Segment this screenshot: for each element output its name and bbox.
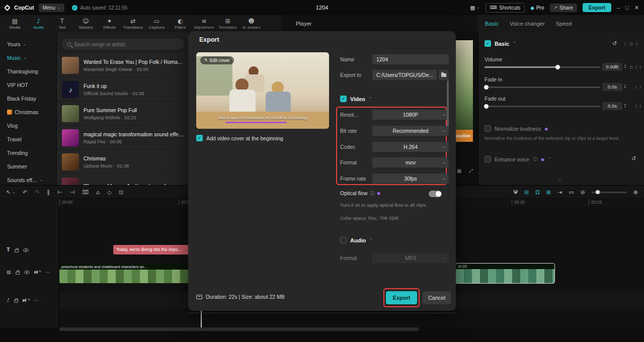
collapse-icon[interactable]: ⌃ [369, 238, 373, 242]
lock-icon[interactable] [16, 272, 20, 275]
prev-keyframe-icon[interactable]: ⟨ [635, 104, 637, 109]
prev-keyframe-icon[interactable]: ⟨ [635, 65, 637, 69]
snap-edge-icon[interactable]: ⇥ [557, 190, 562, 195]
song-row[interactable]: magical magic transformation sound effec… [57, 126, 189, 150]
sidebar-item-yours[interactable]: Yours⌄ [0, 37, 56, 51]
export-confirm-button[interactable]: Export [386, 291, 417, 304]
song-row[interactable]: Warm and happy festive atmosphere Chri..… [57, 174, 189, 185]
chroma-key-icon[interactable]: ◇ [107, 190, 111, 195]
fullscreen-icon[interactable]: ⤢ [469, 168, 473, 174]
collapse-icon[interactable]: ⌃ [548, 157, 551, 161]
song-thumbnail[interactable] [62, 178, 79, 186]
browse-folder-button[interactable] [439, 70, 449, 80]
next-keyframe-icon[interactable]: ⟩ [639, 104, 641, 109]
codec-dropdown[interactable]: H.264⌄ [372, 142, 449, 152]
tab-basic[interactable]: Basic [485, 21, 499, 27]
lock-icon[interactable] [14, 300, 18, 303]
minimize-button[interactable]: – [617, 5, 620, 11]
normalize-loudness-checkbox[interactable] [485, 125, 491, 132]
pro-badge[interactable]: ◆ Pro [530, 5, 544, 11]
topbar-export-button[interactable]: Export [583, 3, 611, 12]
tab-speed[interactable]: Speed [556, 21, 572, 27]
fade-out-value[interactable]: 0.0s [602, 102, 622, 110]
song-thumbnail[interactable] [62, 129, 79, 146]
extract-audio-icon[interactable]: ⊡ [119, 190, 123, 195]
select-tool[interactable]: ↖⌄ [6, 190, 15, 195]
delete-left-icon[interactable]: ⊢ [57, 190, 62, 195]
bitrate-dropdown[interactable]: Recommended⌄ [372, 126, 449, 136]
mute-speaker-icon[interactable]: ✕ [34, 270, 41, 275]
tab-voice-changer[interactable]: Voice changer [510, 21, 545, 27]
fade-in-slider-handle[interactable] [484, 85, 489, 90]
volume-slider[interactable] [485, 66, 600, 68]
fade-in-stepper[interactable]: ▴▾ [624, 84, 626, 89]
fade-out-slider-handle[interactable] [484, 104, 489, 109]
tool-audio[interactable]: ♪Audio [27, 15, 50, 32]
enhance-voice-checkbox[interactable] [485, 156, 491, 162]
next-keyframe-icon[interactable]: ⟩ [639, 85, 641, 90]
tool-captions[interactable]: ▭Captions [145, 15, 169, 32]
zoom-out-icon[interactable]: ⊖ [581, 190, 585, 195]
sidebar-item-christmas[interactable]: Christmas [0, 105, 56, 119]
delete-icon[interactable]: ⌧ [82, 190, 89, 195]
share-button[interactable]: ↗ Share [550, 4, 577, 12]
fade-out-slider[interactable] [485, 106, 600, 107]
sidebar-item-black-friday[interactable]: Black Friday [0, 92, 56, 105]
lock-icon[interactable] [15, 249, 19, 252]
add-cover-checkbox[interactable]: ✓ [196, 135, 203, 141]
song-thumbnail[interactable]: ♪ [62, 81, 79, 98]
fade-in-value[interactable]: 0.0s [602, 83, 622, 91]
mask-icon[interactable]: ⌂ [96, 190, 100, 195]
reset-icon[interactable]: ↺ [631, 156, 636, 161]
sidebar-item-travel[interactable]: Travel [0, 132, 56, 146]
video-clip[interactable]: preschool students and chalkboard charac… [59, 264, 189, 283]
resolution-dropdown[interactable]: 1080P⌄ [372, 110, 449, 120]
tool-effects[interactable]: ✦Effects [98, 15, 121, 32]
redo-icon[interactable]: ↷ [35, 190, 39, 195]
song-row[interactable]: ♪Funk it upOfficial Sound Studio · 01:06 [57, 77, 189, 102]
video-section-checkbox[interactable]: ✓ [340, 96, 347, 102]
preview-axis-icon[interactable]: ▭ [569, 190, 574, 195]
magnet-snap-icon[interactable]: Ω [535, 190, 539, 195]
fade-out-stepper[interactable]: ▴▾ [624, 103, 626, 108]
timeline-zoom-handle[interactable] [596, 190, 600, 194]
cover-preview[interactable]: ✎ Edit cover how it lays the foundation … [196, 52, 329, 129]
tool-adjustment[interactable]: ≡Adjustment [192, 15, 216, 32]
aspect-ratio-icon[interactable]: ▦ [457, 168, 461, 174]
volume-slider-handle[interactable] [555, 65, 560, 69]
more-options-icon[interactable]: ⋯ [45, 270, 50, 275]
basic-section-checkbox[interactable]: ✓ [485, 40, 491, 47]
search-box[interactable] [62, 39, 184, 50]
sidebar-item-vlog[interactable]: Vlog [0, 119, 56, 132]
name-input[interactable] [372, 54, 449, 64]
auto-ripple-icon[interactable]: ⊟ [524, 190, 529, 195]
split-icon[interactable]: ∥ [47, 190, 50, 195]
close-button[interactable]: ✕ [634, 5, 639, 11]
video-clip-selected[interactable]: 11:22 [456, 264, 554, 283]
volume-value[interactable]: 0.0dB [602, 63, 622, 71]
tool-templates[interactable]: ⊞Templates [216, 15, 239, 32]
menu-button[interactable]: Menu⌄ [39, 4, 64, 12]
optical-flow-toggle[interactable] [429, 191, 442, 197]
sidebar-item-music[interactable]: Music⌄ [0, 51, 56, 64]
sidebar-item-thanksgiving[interactable]: Thanksgiving [0, 64, 56, 78]
sidebar-item-sound-effects[interactable]: Sounds eff...⌄ [0, 173, 56, 187]
text-clip[interactable]: Today, we're diving into the impo... [113, 245, 189, 254]
tool-text[interactable]: TText [50, 15, 74, 32]
tool-filters[interactable]: ◐Filters [169, 15, 192, 32]
scroll-more-icon[interactable]: ⌄ [558, 177, 562, 182]
export-path-input[interactable] [372, 70, 437, 80]
next-keyframe-icon[interactable]: ⟩ [636, 42, 637, 46]
visibility-eye-icon[interactable] [24, 271, 30, 274]
next-keyframe-icon[interactable]: ⟩ [639, 65, 641, 69]
more-options-icon[interactable]: ⋯ [34, 298, 38, 303]
framerate-dropdown[interactable]: 30fps⌄ [372, 174, 449, 184]
prev-keyframe-icon[interactable]: ⟨ [635, 85, 637, 90]
tool-stickers[interactable]: ☺Stickers [74, 15, 98, 32]
audio-format-dropdown[interactable]: MP3⌄ [372, 253, 449, 263]
undo-icon[interactable]: ↶ [23, 190, 27, 195]
delete-right-icon[interactable]: ⊣ [70, 190, 75, 195]
fade-in-slider[interactable] [485, 87, 600, 88]
song-row[interactable]: Wanted To Erase You | Pop Folk / Romanti… [57, 53, 189, 77]
format-dropdown[interactable]: mov⌄ [372, 157, 449, 167]
